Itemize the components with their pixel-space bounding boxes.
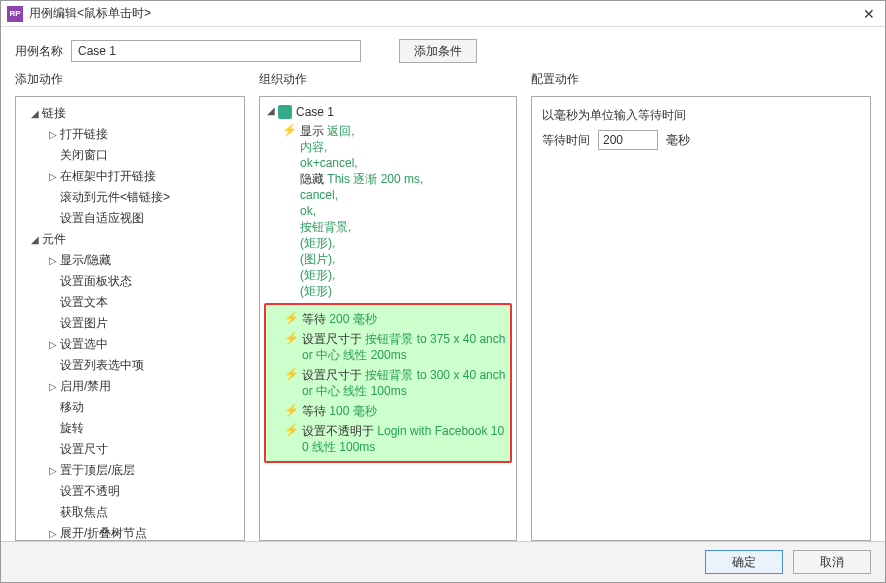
action-row[interactable]: ⚡ 显示 返回,内容,ok+cancel,隐藏 This 逐渐 200 ms,c… <box>264 121 512 301</box>
tree-item-label: 设置尺寸 <box>60 441 108 458</box>
tree-item-label: 置于顶层/底层 <box>60 462 135 479</box>
tree-item-label: 设置自适应视图 <box>60 210 144 227</box>
window-title: 用例编辑<鼠标单击时> <box>29 5 859 22</box>
action-text: 显示 返回,内容,ok+cancel,隐藏 This 逐渐 200 ms,can… <box>300 123 510 299</box>
tree-item-label: 旋转 <box>60 420 84 437</box>
tree-item[interactable]: 设置文本 <box>20 292 240 313</box>
wait-time-input[interactable] <box>598 130 658 150</box>
caret-right-icon: ▷ <box>48 465 58 476</box>
tree-item-label: 设置选中 <box>60 336 108 353</box>
tree-item-label: 设置文本 <box>60 294 108 311</box>
caret-right-icon: ▷ <box>48 528 58 539</box>
highlighted-actions: ⚡等待 200 毫秒⚡设置尺寸于 按钮背景 to 375 x 40 anchor… <box>264 303 512 463</box>
case-node-label: Case 1 <box>296 105 334 119</box>
config-heading: 以毫秒为单位输入等待时间 <box>542 107 860 124</box>
tree-item[interactable]: 设置列表选中项 <box>20 355 240 376</box>
case-name-input[interactable] <box>71 40 361 62</box>
tree-group-label: 元件 <box>42 231 66 248</box>
dialog-footer: 确定 取消 <box>1 541 885 582</box>
case-name-label: 用例名称 <box>15 43 63 60</box>
caret-down-icon: ◢ <box>266 105 276 116</box>
case-icon <box>278 105 292 119</box>
caret-right-icon: ▷ <box>48 255 58 266</box>
action-row[interactable]: ⚡设置尺寸于 按钮背景 to 375 x 40 anchor 中心 线性 200… <box>268 329 508 365</box>
configure-action-panel: 以毫秒为单位输入等待时间 等待时间 毫秒 <box>531 96 871 541</box>
caret-right-icon: ▷ <box>48 381 58 392</box>
tree-item[interactable]: ▷在框架中打开链接 <box>20 166 240 187</box>
wait-time-unit: 毫秒 <box>666 132 690 149</box>
caret-right-icon: ▷ <box>48 339 58 350</box>
config-action-label: 配置动作 <box>531 71 871 88</box>
tree-item[interactable]: 旋转 <box>20 418 240 439</box>
organize-actions-panel[interactable]: ◢ Case 1 ⚡ 显示 返回,内容,ok+cancel,隐藏 This 逐渐… <box>259 96 517 541</box>
organize-tree: ◢ Case 1 ⚡ 显示 返回,内容,ok+cancel,隐藏 This 逐渐… <box>260 97 516 471</box>
case-node[interactable]: ◢ Case 1 <box>264 103 512 121</box>
bolt-icon: ⚡ <box>284 423 298 437</box>
action-row[interactable]: ⚡等待 100 毫秒 <box>268 401 508 421</box>
bolt-icon: ⚡ <box>284 403 298 417</box>
case-name-row: 用例名称 添加条件 <box>1 27 885 71</box>
add-action-label: 添加动作 <box>15 71 245 88</box>
tree-item-label: 展开/折叠树节点 <box>60 525 147 541</box>
organize-action-label: 组织动作 <box>259 71 517 88</box>
tree-item-label: 显示/隐藏 <box>60 252 111 269</box>
tree-item-label: 移动 <box>60 399 84 416</box>
action-tree: ◢ 链接 ▷打开链接关闭窗口▷在框架中打开链接滚动到元件<错链接>设置自适应视图… <box>16 97 244 541</box>
case-editor-dialog: RP 用例编辑<鼠标单击时> ✕ 用例名称 添加条件 添加动作 组织动作 配置动… <box>0 0 886 583</box>
bolt-icon: ⚡ <box>284 331 298 345</box>
tree-item-label: 设置列表选中项 <box>60 357 144 374</box>
tree-item[interactable]: 设置不透明 <box>20 481 240 502</box>
bolt-icon: ⚡ <box>282 123 296 137</box>
tree-item[interactable]: ▷启用/禁用 <box>20 376 240 397</box>
tree-item[interactable]: ▷展开/折叠树节点 <box>20 523 240 541</box>
tree-item-label: 设置图片 <box>60 315 108 332</box>
tree-item[interactable]: 设置尺寸 <box>20 439 240 460</box>
tree-item-label: 设置不透明 <box>60 483 120 500</box>
tree-item[interactable]: ▷设置选中 <box>20 334 240 355</box>
section-headers: 添加动作 组织动作 配置动作 <box>1 71 885 96</box>
bolt-icon: ⚡ <box>284 367 298 381</box>
tree-item[interactable]: ▷显示/隐藏 <box>20 250 240 271</box>
action-row[interactable]: ⚡设置不透明于 Login with Facebook 100 线性 100ms <box>268 421 508 457</box>
tree-group-label: 链接 <box>42 105 66 122</box>
app-icon: RP <box>7 6 23 22</box>
action-text: 等待 200 毫秒 <box>302 311 506 327</box>
tree-group-widgets[interactable]: ◢ 元件 <box>20 229 240 250</box>
tree-item[interactable]: ▷打开链接 <box>20 124 240 145</box>
tree-item-label: 在框架中打开链接 <box>60 168 156 185</box>
caret-right-icon: ▷ <box>48 171 58 182</box>
caret-down-icon: ◢ <box>30 108 40 119</box>
tree-item[interactable]: 设置面板状态 <box>20 271 240 292</box>
titlebar: RP 用例编辑<鼠标单击时> ✕ <box>1 1 885 27</box>
add-condition-button[interactable]: 添加条件 <box>399 39 477 63</box>
cancel-button[interactable]: 取消 <box>793 550 871 574</box>
action-text: 设置尺寸于 按钮背景 to 375 x 40 anchor 中心 线性 200m… <box>302 331 506 363</box>
caret-down-icon: ◢ <box>30 234 40 245</box>
action-text: 设置尺寸于 按钮背景 to 300 x 40 anchor 中心 线性 100m… <box>302 367 506 399</box>
tree-item-label: 获取焦点 <box>60 504 108 521</box>
action-row[interactable]: ⚡等待 200 毫秒 <box>268 309 508 329</box>
ok-button[interactable]: 确定 <box>705 550 783 574</box>
bolt-icon: ⚡ <box>284 311 298 325</box>
action-text: 设置不透明于 Login with Facebook 100 线性 100ms <box>302 423 506 455</box>
action-row[interactable]: ⚡设置尺寸于 按钮背景 to 300 x 40 anchor 中心 线性 100… <box>268 365 508 401</box>
panels-row: ◢ 链接 ▷打开链接关闭窗口▷在框架中打开链接滚动到元件<错链接>设置自适应视图… <box>1 96 885 541</box>
close-icon[interactable]: ✕ <box>859 4 879 24</box>
tree-item[interactable]: 获取焦点 <box>20 502 240 523</box>
tree-item-label: 打开链接 <box>60 126 108 143</box>
tree-item[interactable]: 移动 <box>20 397 240 418</box>
tree-item[interactable]: 设置自适应视图 <box>20 208 240 229</box>
tree-group-links[interactable]: ◢ 链接 <box>20 103 240 124</box>
action-library-panel[interactable]: ◢ 链接 ▷打开链接关闭窗口▷在框架中打开链接滚动到元件<错链接>设置自适应视图… <box>15 96 245 541</box>
wait-time-label: 等待时间 <box>542 132 590 149</box>
tree-item-label: 启用/禁用 <box>60 378 111 395</box>
tree-item-label: 滚动到元件<错链接> <box>60 189 170 206</box>
tree-item-label: 关闭窗口 <box>60 147 108 164</box>
caret-right-icon: ▷ <box>48 129 58 140</box>
tree-item[interactable]: 关闭窗口 <box>20 145 240 166</box>
tree-item[interactable]: ▷置于顶层/底层 <box>20 460 240 481</box>
tree-item-label: 设置面板状态 <box>60 273 132 290</box>
tree-item[interactable]: 滚动到元件<错链接> <box>20 187 240 208</box>
action-text: 等待 100 毫秒 <box>302 403 506 419</box>
tree-item[interactable]: 设置图片 <box>20 313 240 334</box>
